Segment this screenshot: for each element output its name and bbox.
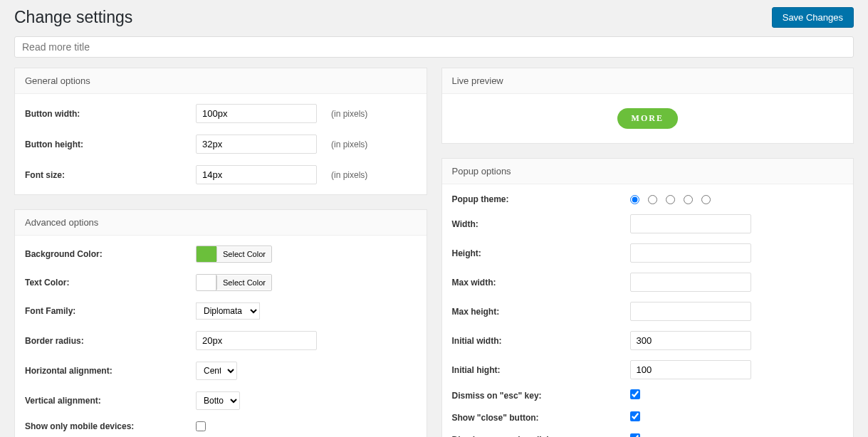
dismiss-overlay-label: Dismiss on overlay click: [452, 435, 630, 438]
page-title: Change settings [14, 8, 132, 27]
font-size-hint: (in pixels) [331, 170, 367, 180]
text-color-swatch [197, 275, 216, 290]
popup-theme-label: Popup theme: [452, 194, 630, 204]
popup-theme-radio-3[interactable] [666, 195, 675, 204]
popup-initial-height-label: Initial hight: [452, 365, 630, 375]
button-width-input[interactable] [196, 104, 317, 123]
popup-theme-radio-4[interactable] [684, 195, 693, 204]
bg-color-picker[interactable]: Select Color [196, 246, 272, 263]
mobile-only-checkbox[interactable] [196, 421, 206, 431]
font-family-select[interactable]: Diplomata SC [196, 302, 260, 320]
show-close-label: Show "close" button: [452, 413, 630, 423]
preview-more-button: MORE [617, 108, 678, 129]
popup-max-width-input[interactable] [630, 273, 751, 292]
dismiss-esc-checkbox[interactable] [630, 389, 640, 399]
popup-height-input[interactable] [630, 243, 751, 263]
save-changes-button[interactable]: Save Changes [772, 7, 854, 28]
popup-theme-radio-5[interactable] [701, 195, 711, 204]
popup-theme-radio-2[interactable] [648, 195, 657, 204]
dismiss-overlay-checkbox[interactable] [630, 433, 640, 437]
show-close-checkbox[interactable] [630, 411, 640, 421]
bg-color-label: Background Color: [25, 249, 196, 259]
popup-theme-radio-1[interactable] [630, 195, 639, 204]
bg-color-swatch [197, 246, 216, 262]
button-width-label: Button width: [25, 109, 196, 119]
border-radius-label: Border radius: [25, 336, 196, 346]
bg-color-button[interactable]: Select Color [216, 247, 271, 261]
button-width-hint: (in pixels) [331, 109, 367, 119]
v-align-select[interactable]: Bottom [196, 391, 240, 410]
popup-initial-width-input[interactable] [630, 331, 751, 350]
live-preview-panel: Live preview MORE [441, 68, 854, 144]
popup-max-width-label: Max width: [452, 278, 630, 288]
popup-options-panel: Popup options Popup theme: Width: [441, 158, 854, 437]
popup-max-height-input[interactable] [630, 302, 751, 321]
font-size-label: Font size: [25, 170, 196, 180]
popup-height-label: Height: [452, 248, 630, 258]
h-align-label: Horizontal alignment: [25, 366, 196, 376]
popup-initial-width-label: Initial width: [452, 336, 630, 346]
text-color-button[interactable]: Select Color [216, 275, 271, 290]
mobile-only-label: Show only mobile devices: [25, 421, 196, 431]
font-size-input[interactable] [196, 165, 317, 184]
button-height-hint: (in pixels) [331, 139, 367, 149]
popup-initial-height-input[interactable] [630, 360, 751, 379]
border-radius-input[interactable] [196, 331, 317, 350]
advanced-options-panel: Advanced options Background Color: Selec… [14, 209, 427, 437]
live-preview-header: Live preview [442, 68, 854, 94]
button-height-label: Button height: [25, 139, 196, 149]
general-options-header: General options [15, 68, 427, 94]
popup-max-height-label: Max height: [452, 307, 630, 317]
h-align-select[interactable]: Center [196, 362, 237, 380]
general-options-panel: General options Button width: (in pixels… [14, 68, 427, 195]
v-align-label: Vertical alignment: [25, 396, 196, 406]
popup-width-label: Width: [452, 219, 630, 229]
popup-width-input[interactable] [630, 214, 751, 233]
advanced-options-header: Advanced options [15, 210, 427, 236]
read-more-title-input[interactable] [14, 36, 854, 58]
popup-options-header: Popup options [442, 159, 854, 184]
text-color-label: Text Color: [25, 278, 196, 288]
popup-theme-radios [630, 195, 844, 204]
dismiss-esc-label: Dismiss on "esc" key: [452, 391, 630, 401]
text-color-picker[interactable]: Select Color [196, 274, 272, 291]
font-family-label: Font Family: [25, 306, 196, 316]
button-height-input[interactable] [196, 135, 317, 154]
